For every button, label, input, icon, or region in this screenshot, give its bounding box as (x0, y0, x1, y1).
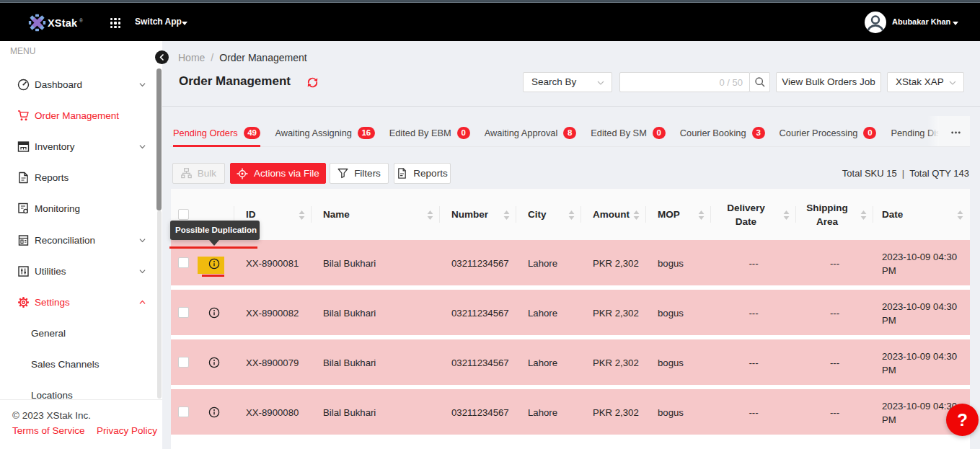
tab-edited-by-ebm[interactable]: Edited By EBM0 (389, 116, 470, 147)
switch-app-button[interactable]: Switch App (135, 3, 182, 41)
app-select[interactable]: XStak XAP (887, 72, 964, 92)
table-cell: --- (796, 341, 873, 385)
sort-carets-icon[interactable] (698, 210, 705, 220)
char-counter: 0 / 50 (719, 77, 743, 88)
cell-date: 2023-10-09 04:30 PM (873, 350, 970, 377)
table-cell: Bilal Bukhari (312, 291, 440, 335)
sort-carets-icon[interactable] (427, 210, 433, 220)
search-by-select[interactable]: Search By (523, 72, 612, 92)
table-cell (171, 341, 234, 385)
sort-carets-icon[interactable] (860, 210, 867, 220)
tabs-more-area (939, 116, 970, 146)
sort-carets-icon[interactable] (633, 210, 640, 220)
privacy-link[interactable]: Privacy Policy (97, 425, 157, 436)
table-row[interactable]: XX-8900080 Bilal Bukhari 03211234567 Lah… (171, 389, 970, 435)
select-all-checkbox[interactable] (178, 209, 189, 220)
cell-name: Bilal Bukhari (312, 258, 376, 269)
duplication-info-icon[interactable] (208, 307, 220, 319)
tab-badge: 0 (457, 127, 470, 140)
sidebar-scrollbar-thumb[interactable] (156, 68, 162, 210)
sidebar-scrollbar-track[interactable] (157, 210, 162, 399)
table-cell: PKR 2,302 (581, 341, 646, 385)
sort-carets-icon[interactable] (783, 210, 790, 220)
tab-awaiting-approval[interactable]: Awaiting Approval8 (485, 116, 577, 147)
tab-awaiting-assigning[interactable]: Awaiting Assigning16 (275, 116, 374, 147)
row-checkbox[interactable] (178, 357, 189, 368)
search-button[interactable] (749, 72, 770, 92)
sidebar-item-dashboard[interactable]: Dashboard (0, 69, 162, 100)
row-checkbox[interactable] (178, 307, 189, 318)
tab-pending-orders[interactable]: Pending Orders49 (173, 116, 260, 147)
sidebar-item-monitoring[interactable]: Monitoring (0, 193, 162, 224)
view-bulk-orders-button[interactable]: View Bulk Orders Job (776, 72, 881, 92)
collapse-sidebar-button[interactable] (155, 50, 169, 64)
refresh-icon[interactable] (307, 77, 318, 88)
tabs-more-button[interactable] (951, 131, 961, 134)
table-cell: --- (711, 241, 796, 285)
user-name[interactable]: Abubakar Khan (892, 3, 950, 41)
sidebar-item-reconciliation[interactable]: Reconciliation (0, 224, 162, 255)
inventory-icon (17, 141, 30, 153)
tab-badge: 0 (863, 127, 876, 140)
help-button[interactable]: ? (946, 404, 979, 436)
cell-city: Lahore (516, 407, 557, 418)
app-grid-icon[interactable] (110, 18, 121, 29)
chevron-down-icon (139, 268, 146, 275)
row-checkbox[interactable] (178, 257, 189, 268)
sort-carets-icon[interactable] (503, 210, 510, 220)
tab-edited-by-sm[interactable]: Edited By SM0 (591, 116, 666, 147)
sidebar-item-sales-channels[interactable]: Sales Channels (0, 349, 162, 380)
sidebar-item-order-management[interactable]: Order Management (0, 100, 162, 131)
aim-icon (237, 168, 248, 179)
table-row[interactable]: XX-8900079 Bilal Bukhari 03211234567 Lah… (171, 339, 970, 385)
table-row[interactable]: XX-8900081 Bilal Bukhari 03211234567 Lah… (171, 240, 970, 285)
avatar[interactable] (865, 12, 886, 33)
header-name[interactable]: Name (312, 189, 440, 240)
xstak-logo-icon (28, 14, 46, 32)
cell-mop: bogus (646, 258, 684, 269)
totals-summary: Total SKU 15|Total QTY 143 (842, 168, 969, 179)
row-checkbox[interactable] (178, 406, 189, 417)
duplication-info-icon[interactable] (208, 357, 220, 368)
table-cell: Lahore (516, 391, 581, 435)
table-cell: PKR 2,302 (581, 241, 646, 285)
breadcrumb-current: Order Management (219, 52, 306, 63)
header-date[interactable]: Date (873, 189, 970, 240)
duplication-info-icon[interactable] (208, 258, 220, 270)
cell-name: Bilal Bukhari (312, 407, 376, 418)
search-input[interactable]: 0 / 50 (619, 72, 750, 92)
menu-section-label: MENU (10, 46, 35, 56)
sidebar-item-inventory[interactable]: Inventory (0, 131, 162, 162)
user-menu-caret-icon (953, 22, 958, 25)
reports-button[interactable]: Reports (394, 163, 451, 184)
tab-courier-processing[interactable]: Courier Processing0 (780, 116, 877, 147)
sort-carets-icon[interactable] (299, 210, 305, 220)
settings-gear-icon (17, 296, 30, 308)
sidebar-item-reports[interactable]: Reports (0, 162, 162, 193)
table-header: ID Name Number City Amount (171, 189, 970, 240)
sidebar-item-general[interactable]: General (0, 318, 162, 349)
table-cell: 2023-10-09 04:30 PM (873, 341, 970, 385)
cell-id: XX-8900081 (234, 258, 299, 269)
terms-link[interactable]: Terms of Service (12, 425, 85, 436)
duplication-info-icon[interactable] (208, 406, 220, 418)
table-row[interactable]: XX-8900082 Bilal Bukhari 03211234567 Lah… (171, 290, 970, 335)
filters-button[interactable]: Filters (330, 163, 389, 184)
header-number[interactable]: Number (440, 189, 516, 240)
header-delivery-date[interactable]: Delivery Date (711, 189, 796, 240)
sidebar-item-settings[interactable]: Settings (0, 287, 162, 318)
sidebar-item-utilities[interactable]: Utilities (0, 256, 162, 287)
tab-badge: 49 (244, 127, 261, 140)
header-mop[interactable]: MOP (646, 189, 711, 240)
table-cell: PKR 2,302 (581, 391, 646, 435)
breadcrumb-home[interactable]: Home (178, 52, 205, 63)
header-city[interactable]: City (516, 189, 581, 240)
tab-courier-booking[interactable]: Courier Booking3 (680, 116, 765, 147)
header-amount[interactable]: Amount (581, 189, 646, 240)
bulk-button[interactable]: Bulk (172, 163, 225, 184)
sort-carets-icon[interactable] (957, 210, 963, 220)
sort-carets-icon[interactable] (568, 210, 575, 220)
actions-via-file-button[interactable]: Actions via File (230, 163, 326, 184)
cell-amount: PKR 2,302 (581, 357, 639, 368)
header-shipping-area[interactable]: Shipping Area (796, 189, 873, 240)
